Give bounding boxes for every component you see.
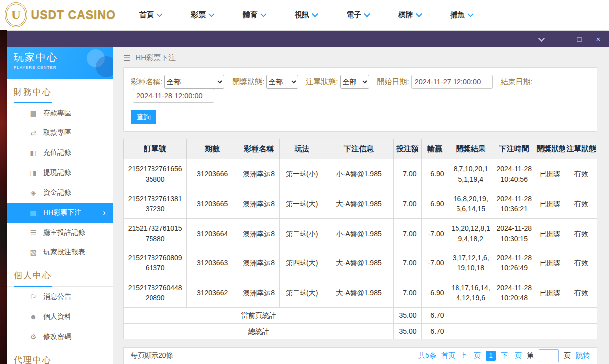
window-minimize-icon[interactable]: — (556, 35, 564, 43)
window-titlebar: — □ × (7, 31, 609, 47)
withdrawal-record-icon: ◨ (29, 169, 38, 177)
nav-item-fishing[interactable]: 捕魚 (436, 10, 487, 20)
cell-win: -7.00 (421, 248, 449, 278)
nav-item-home[interactable]: 首頁 (125, 10, 176, 20)
window-collapse-icon[interactable] (537, 35, 545, 43)
cell-win: 6.90 (421, 159, 449, 189)
chevron-down-icon (312, 11, 318, 17)
sidebar-item-recharge-record[interactable]: ◧ 充值記錄 (7, 143, 113, 163)
item-label: 提現記錄 (43, 168, 71, 177)
current-page-badge[interactable]: 1 (486, 351, 496, 361)
sidebar-subtitle: PLAYERS CENTER (14, 65, 113, 70)
nav-item-sports[interactable]: 體育 (228, 10, 280, 20)
jump-button[interactable]: 跳转 (576, 351, 590, 360)
end-date-input[interactable] (133, 89, 214, 103)
start-date-label: 開始日期: (377, 77, 409, 87)
cell-order: 2152173276138137230 (124, 189, 187, 219)
next-page-link[interactable]: 下一页 (501, 351, 522, 360)
cell-lottery: 澳洲幸运8 (238, 278, 280, 308)
lottery-name-select[interactable]: 全部 (164, 75, 224, 89)
cell-play: 第一球(大) (280, 189, 324, 219)
sidebar-section-personal: 個人中心 (7, 262, 113, 287)
table-row: 2152173276101575880 31203664 澳洲幸运8 第二球(小… (124, 219, 597, 248)
end-date-label: 結束日期: (501, 77, 533, 87)
deposit-icon: ▤ (29, 109, 38, 117)
window-close-icon[interactable]: × (594, 35, 602, 43)
sidebar-item-player-bet-report[interactable]: ▧ 玩家投注報表 (7, 243, 113, 262)
page-summary-win: 6.70 (421, 308, 449, 323)
cell-period: 31203664 (187, 219, 238, 248)
item-label: 存款專區 (43, 109, 71, 118)
header-play: 玩法 (280, 139, 324, 159)
sidebar-item-withdraw[interactable]: ⇄ 取款專區 (7, 123, 113, 143)
sidebar-item-announcements[interactable]: ⚐ 消息公告 (7, 287, 113, 307)
total-summary-empty (449, 323, 597, 339)
section-label: 財務中心 (14, 86, 52, 103)
total-summary-row: 總統計 35.00 6.70 (124, 323, 597, 339)
section-label: 代理中心 (14, 354, 52, 364)
top-navbar: U USDT CASINO 首頁 彩票 體育 視訊 電子 棋牌 捕魚 (0, 0, 609, 30)
window-maximize-icon[interactable]: □ (575, 35, 583, 43)
header-bet-info: 下注信息 (324, 139, 394, 159)
page-jump-input[interactable] (539, 349, 559, 362)
nav-item-slots[interactable]: 電子 (332, 10, 384, 20)
nav-label: 體育 (243, 10, 258, 20)
recharge-record-icon: ◧ (29, 149, 38, 157)
header-lottery: 彩種名稱 (238, 139, 280, 159)
draw-status-select[interactable]: 全部 (266, 75, 298, 89)
draw-status-label: 開獎狀態: (232, 77, 264, 87)
nav-item-cards[interactable]: 棋牌 (384, 10, 436, 20)
cell-play: 第四球(大) (280, 248, 324, 278)
sidebar-item-withdrawal-record[interactable]: ◨ 提現記錄 (7, 163, 113, 183)
cell-order-status: 有效 (565, 278, 597, 308)
table-row: 2152173276138137230 31203665 澳洲幸运8 第一球(大… (124, 189, 597, 219)
sidebar-item-hh-lottery-bets[interactable]: ▦ HH彩票下注 › (7, 203, 113, 223)
cell-time: 2024-11-28 10:30:15 (493, 219, 535, 248)
nav-item-lottery[interactable]: 彩票 (176, 10, 228, 20)
total-summary-amount: 35.00 (394, 323, 421, 339)
chevron-down-icon (260, 11, 267, 17)
cell-order-status: 有效 (565, 189, 597, 219)
item-label: 個人資料 (43, 312, 71, 321)
search-button[interactable]: 查詢 (131, 110, 156, 124)
cell-period: 31203662 (187, 278, 238, 308)
page-title: HH彩票下注 (135, 53, 176, 63)
withdraw-icon: ⇄ (29, 129, 38, 137)
cell-bet-info: 大-A盤@1.985 (324, 248, 394, 278)
order-status-select[interactable]: 全部 (340, 75, 369, 89)
cell-period: 31203663 (187, 248, 238, 278)
first-page-link[interactable]: 首页 (441, 351, 455, 360)
cell-result: 16,8,20,19,5,6,14,15 (449, 189, 493, 219)
funds-record-icon: ◈ (29, 189, 38, 197)
start-date-input[interactable] (411, 75, 493, 89)
main-content: ☰ HH彩票下注 彩種名稱: 全部 開獎狀態: 全部 注單狀態: 全部 (113, 47, 609, 364)
cell-draw-status: 已開獎 (535, 189, 565, 219)
cell-time: 2024-11-28 10:26:49 (493, 248, 535, 278)
cell-bet-info: 大-A盤@1.985 (324, 278, 394, 308)
table-row: 2152173276080961370 31203663 澳洲幸运8 第四球(大… (124, 248, 597, 278)
cell-draw-status: 已開獎 (535, 248, 565, 278)
cell-bet-info: 小-A盤@1.985 (324, 159, 394, 189)
sidebar-item-change-password[interactable]: ⚙ 修改密碼 (7, 327, 113, 347)
menu-icon[interactable]: ☰ (123, 53, 130, 63)
prev-page-link[interactable]: 上一页 (460, 351, 481, 360)
brand-logo[interactable]: U USDT CASINO (5, 2, 116, 27)
cell-lottery: 澳洲幸运8 (238, 219, 280, 248)
page-summary-amount: 35.00 (394, 308, 421, 323)
lottery-name-label: 彩種名稱: (131, 77, 162, 87)
cell-win: -7.00 (421, 219, 449, 248)
item-label: 充值記錄 (43, 148, 71, 157)
cell-order-status: 有效 (565, 219, 597, 248)
pagination-bar: 每頁顯示20條 共5条 首页 上一页 1 下一页 第 页 跳转 (123, 347, 597, 364)
page-size-text: 每頁顯示20條 (131, 351, 173, 360)
sidebar-item-funds-record[interactable]: ◈ 資金記錄 (7, 183, 113, 203)
nav-item-video[interactable]: 視訊 (280, 10, 332, 20)
sidebar-item-deposit[interactable]: ▤ 存款專區 (7, 103, 113, 123)
chevron-down-icon (364, 11, 370, 17)
sidebar-item-hall-bet-records[interactable]: ☰ 廳室投註記錄 (7, 223, 113, 243)
item-label: 修改密碼 (43, 332, 71, 341)
sidebar-item-profile[interactable]: ☻ 個人資料 (7, 307, 113, 327)
total-count-text: 共5条 (418, 351, 436, 360)
cell-amount: 7.00 (394, 248, 421, 278)
cell-lottery: 澳洲幸运8 (238, 248, 280, 278)
